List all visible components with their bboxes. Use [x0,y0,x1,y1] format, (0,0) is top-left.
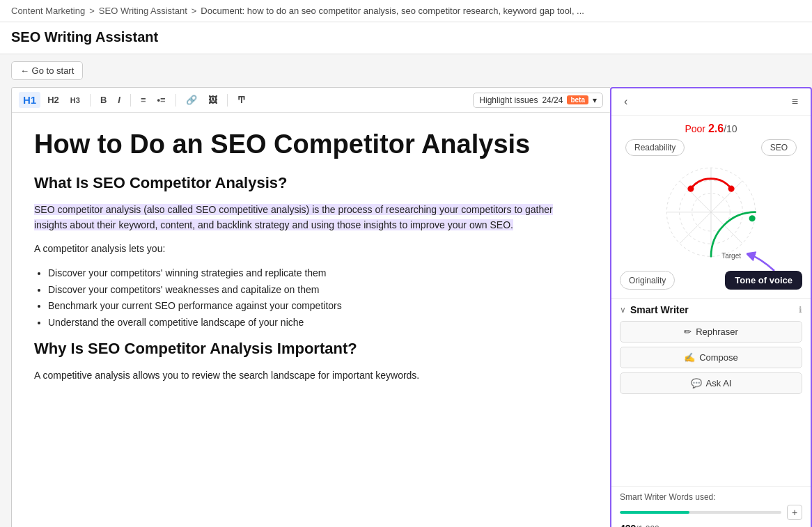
smart-writer-section: ∨ Smart Writer ℹ ✏ Rephraser ✍ Compose 💬… [611,298,811,486]
score-denom: /10 [724,123,737,134]
originality-tab[interactable]: Originality [620,271,675,290]
rephraser-label: Rephraser [696,327,738,337]
smart-writer-info-icon[interactable]: ℹ [799,305,802,315]
compose-label: Compose [699,352,738,363]
editor-panel: H1 H2 H3 B I ≡ •≡ 🔗 🖼 Ͳ [11,87,610,527]
seo-tab[interactable]: SEO [761,139,797,156]
ask-ai-label: Ask AI [706,378,732,388]
score-prefix: Poor [685,123,708,134]
subheading-2: Why Is SEO Competitor Analysis Important… [34,340,588,358]
toolbar-separator-3 [175,94,176,107]
paragraph-2: A competitive analysis allows you to rev… [34,368,588,383]
link-icon: 🔗 [186,95,197,105]
target-label: Target [721,252,741,260]
tone-of-voice-tooltip[interactable]: Tone of voice [725,271,802,290]
beta-badge: beta [567,95,588,104]
svg-point-8 [687,185,694,191]
clear-format-button[interactable]: Ͳ [233,93,249,107]
list-item: Discover your competitors' winning strat… [48,265,588,282]
link-button[interactable]: 🔗 [182,93,201,107]
ordered-list-button[interactable]: ≡ [136,93,150,107]
breadcrumb-sep2: > [192,6,197,16]
page-title: SEO Writing Assistant [11,29,801,45]
panel-menu-button[interactable]: ≡ [788,94,802,109]
toolbar: H1 H2 H3 B I ≡ •≡ 🔗 🖼 Ͳ [12,88,610,113]
score-area: Poor 2.6/10 [611,116,811,135]
highlight-label: Highlight issues [479,95,538,105]
image-icon: 🖼 [208,95,217,105]
tone-tooltip-container: Tone of voice [725,271,802,290]
clear-format-icon: Ͳ [237,95,245,105]
editor-content[interactable]: How to Do an SEO Competitor Analysis Wha… [12,113,610,527]
highlight-issues-button[interactable]: Highlight issues 24/24 beta ▾ [473,93,603,108]
words-progress-bar-bg [620,511,781,514]
words-max: /1,000 [636,524,659,527]
dropdown-icon: ▾ [593,95,597,105]
bold-button[interactable]: B [96,93,111,107]
words-used-label: Smart Writer Words used: [620,492,802,502]
breadcrumb-document: Document: how to do an seo competitor an… [201,6,584,16]
go-to-start-button[interactable]: ← Go to start [11,61,83,80]
words-progress-bar-fill [620,511,689,514]
readability-tab[interactable]: Readability [625,139,685,156]
subheading-1: What Is SEO Competitor Analysis? [34,174,588,192]
list-item: Understand the overall competitive lands… [48,315,588,331]
rephraser-button[interactable]: ✏ Rephraser [620,321,802,343]
list-item: Benchmark your current SEO performance a… [48,298,588,315]
score-label: Poor 2.6/10 [685,123,737,134]
right-panel: ‹ ≡ Poor 2.6/10 Readability SEO [610,87,812,527]
breadcrumb-content-marketing[interactable]: Content Marketing [11,6,85,16]
h2-button[interactable]: H2 [43,93,63,107]
breadcrumb-seo-assistant[interactable]: SEO Writing Assistant [99,6,187,16]
toolbar-separator-2 [130,94,131,107]
h1-button[interactable]: H1 [19,92,40,108]
smart-writer-header: ∨ Smart Writer ℹ [620,304,802,315]
svg-point-7 [749,215,756,221]
breadcrumb: Content Marketing > SEO Writing Assistan… [0,0,812,22]
toolbar-separator-1 [90,94,91,107]
ask-ai-button[interactable]: 💬 Ask AI [620,372,802,394]
list-item: Discover your competitors' weaknesses an… [48,282,588,299]
svg-point-9 [728,185,735,191]
highlighted-text: SEO competitor analysis (also called SEO… [34,204,553,230]
unordered-list-button[interactable]: •≡ [153,93,169,107]
radar-tabs-bottom: Originality Tone of voice [611,271,811,295]
panel-header: ‹ ≡ [611,88,811,116]
image-button[interactable]: 🖼 [204,93,221,107]
breadcrumb-sep1: > [89,6,95,16]
toolbar-separator-4 [227,94,228,107]
main-layout: H1 H2 H3 B I ≡ •≡ 🔗 🖼 Ͳ [0,87,812,527]
tone-arrow-svg [747,251,781,272]
words-expand-button[interactable]: + [787,505,802,520]
go-start-bar: ← Go to start [0,54,812,87]
page-title-bar: SEO Writing Assistant [0,22,812,54]
words-used-section: Smart Writer Words used: + 429/1,000 [611,486,811,527]
paragraph-1: A competitor analysis lets you: [34,241,588,256]
ordered-list-icon: ≡ [141,95,146,105]
words-progress-row: + [620,505,802,520]
italic-button[interactable]: I [114,93,125,107]
compose-icon: ✍ [684,352,695,363]
ask-ai-icon: 💬 [691,378,702,388]
score-value: 2.6 [708,123,724,134]
words-count: 429/1,000 [620,523,802,527]
main-heading: How to Do an SEO Competitor Analysis [34,129,588,160]
panel-back-button[interactable]: ‹ [620,94,632,109]
radar-tabs-top: Readability SEO [611,135,811,156]
highlighted-paragraph: SEO competitor analysis (also called SEO… [34,202,588,233]
words-used-count: 429 [620,523,636,527]
smart-writer-title: Smart Writer [630,304,689,315]
rephraser-icon: ✏ [684,327,692,337]
unordered-list-icon: •≡ [157,95,165,105]
h3-button[interactable]: H3 [66,94,84,107]
smart-writer-collapse[interactable]: ∨ [620,305,626,315]
highlight-count: 24/24 [542,95,563,105]
bullet-list: Discover your competitors' winning strat… [48,265,588,331]
compose-button[interactable]: ✍ Compose [620,347,802,368]
